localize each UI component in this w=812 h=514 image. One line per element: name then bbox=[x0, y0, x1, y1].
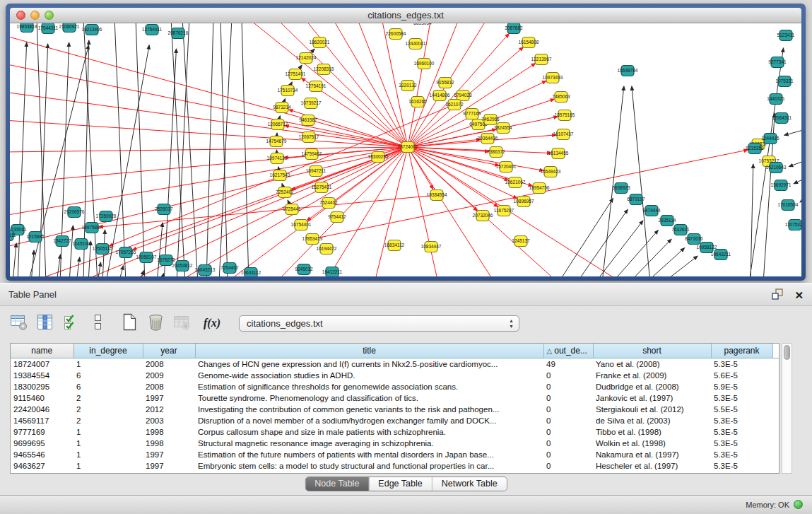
table-cell[interactable]: Changes of HCN gene expression and I(f) … bbox=[195, 358, 543, 370]
table-cell[interactable]: 5.9E-5 bbox=[711, 381, 772, 392]
graph-node-selected[interactable]: 11675297 bbox=[494, 206, 514, 216]
table-cell[interactable]: 5.3E-5 bbox=[711, 449, 772, 460]
column-header-short[interactable]: short bbox=[593, 344, 711, 358]
column-visibility-button[interactable] bbox=[35, 312, 56, 334]
table-cell[interactable]: 5.6E-5 bbox=[711, 370, 772, 381]
table-vertical-scrollbar[interactable] bbox=[782, 343, 792, 474]
table-cell[interactable]: Yano et al. (2008) bbox=[593, 358, 711, 370]
graph-node[interactable]: 19853819 bbox=[17, 23, 37, 33]
table-row[interactable]: 911546021997Tourette syndrome. Phenomeno… bbox=[11, 392, 779, 404]
graph-node[interactable]: 15692971 bbox=[771, 180, 792, 191]
clear-selection-button[interactable] bbox=[87, 312, 108, 334]
graph-node[interactable]: 1440321 bbox=[767, 94, 785, 105]
table-cell[interactable]: Franke et al. (2009) bbox=[593, 370, 711, 381]
network-window-titlebar[interactable]: citations_edges.txt bbox=[10, 8, 801, 23]
graph-node-selected[interactable]: 16549423 bbox=[541, 167, 561, 177]
graph-node-selected[interactable]: 9461587 bbox=[299, 115, 317, 126]
table-cell[interactable]: Hescheler et al. (1997) bbox=[593, 460, 711, 472]
table-cell[interactable]: 1997 bbox=[143, 449, 195, 460]
table-row[interactable]: 946554611997Estimation of the future num… bbox=[11, 449, 779, 460]
table-cell[interactable]: 1998 bbox=[143, 426, 195, 438]
table-cell[interactable]: 9699695 bbox=[11, 438, 73, 449]
table-row[interactable]: 1456911722003Disruption of a novel membe… bbox=[11, 415, 779, 426]
table-cell[interactable]: 5.5E-5 bbox=[711, 404, 772, 415]
graph-node[interactable]: 16043213 bbox=[195, 265, 216, 276]
table-cell[interactable]: 22420046 bbox=[11, 404, 73, 415]
graph-node[interactable]: 1342727 bbox=[53, 236, 71, 247]
table-cell[interactable]: 1 bbox=[73, 438, 143, 449]
graph-node-selected[interactable]: 7462066 bbox=[481, 115, 500, 125]
graph-node-selected[interactable]: 10834447 bbox=[421, 242, 442, 252]
table-cell[interactable]: 2 bbox=[73, 415, 143, 426]
graph-node-selected[interactable]: 9873214 bbox=[273, 103, 291, 113]
graph-node-selected[interactable]: 7485063 bbox=[552, 92, 570, 103]
graph-node-selected[interactable]: 7386372 bbox=[487, 147, 505, 158]
table-cell[interactable]: 2009 bbox=[143, 370, 195, 381]
graph-node-selected[interactable]: 12440041 bbox=[406, 39, 426, 49]
column-header-pagerank[interactable]: pagerank bbox=[711, 344, 772, 358]
graph-node-selected[interactable]: 12208318 bbox=[314, 64, 334, 75]
table-cell[interactable]: 0 bbox=[543, 404, 593, 415]
network-canvas[interactable]: 1872400716154808122139671097349374850631… bbox=[10, 23, 801, 276]
graph-node-selected[interactable]: 14414806 bbox=[430, 90, 450, 101]
graph-node[interactable]: 10643211 bbox=[711, 250, 731, 260]
tab-network-table[interactable]: Network Table bbox=[432, 477, 507, 491]
row-selection-button[interactable] bbox=[61, 312, 82, 334]
table-row[interactable]: 1872400712008Changes of HCN gene express… bbox=[11, 358, 779, 370]
graph-node-selected[interactable]: 22600584 bbox=[386, 29, 406, 40]
graph-node[interactable]: 16412211 bbox=[322, 267, 343, 277]
table-row[interactable]: 1938455462009Genome-wide association stu… bbox=[11, 370, 779, 381]
graph-node[interactable]: 5938923 bbox=[612, 183, 630, 194]
graph-node[interactable]: 7254402 bbox=[220, 263, 239, 274]
graph-node-selected[interactable]: 1245137 bbox=[512, 236, 530, 247]
tab-node-table[interactable]: Node Table bbox=[305, 477, 368, 491]
graph-node[interactable]: 17016504 bbox=[778, 200, 799, 211]
graph-node[interactable]: 17544311 bbox=[38, 23, 59, 34]
table-cell[interactable]: Tibbo et al. (1998) bbox=[593, 426, 711, 438]
graph-node[interactable]: 1215685 bbox=[26, 232, 45, 243]
table-cell[interactable]: Estimation of significance thresholds fo… bbox=[195, 381, 543, 392]
graph-node[interactable]: 1145194 bbox=[73, 239, 90, 250]
graph-node-selected[interactable]: 16107437 bbox=[553, 129, 574, 140]
graph-node-selected[interactable]: 20732046 bbox=[473, 211, 493, 221]
table-row[interactable]: 946362711997Embryonic stem cells: a mode… bbox=[11, 460, 779, 472]
table-cell[interactable]: 2003 bbox=[143, 415, 195, 426]
graph-node-selected[interactable]: 3824554 bbox=[494, 123, 512, 134]
table-cell[interactable]: Tourette syndrome. Phenomenology and cla… bbox=[195, 392, 543, 404]
graph-node[interactable]: 1244415 bbox=[761, 134, 779, 144]
table-cell[interactable]: Genome-wide association studies in ADHD. bbox=[195, 370, 543, 381]
table-cell[interactable]: 6 bbox=[73, 381, 143, 392]
column-header-year[interactable]: year bbox=[143, 344, 195, 358]
table-cell[interactable]: 1 bbox=[73, 449, 143, 460]
delete-column-button[interactable] bbox=[145, 312, 166, 334]
graph-node[interactable]: 9245012 bbox=[295, 264, 313, 275]
table-row[interactable]: 977716911998Corpus callosum shape and si… bbox=[11, 426, 779, 438]
graph-node[interactable]: 16213406 bbox=[82, 25, 102, 35]
graph-node[interactable]: 11075321 bbox=[785, 220, 801, 230]
graph-node[interactable]: 17957255 bbox=[116, 247, 136, 258]
create-column-button[interactable] bbox=[119, 312, 140, 334]
table-cell[interactable]: 0 bbox=[543, 460, 593, 472]
table-cell[interactable]: 9465546 bbox=[11, 449, 73, 460]
column-header-name[interactable]: name bbox=[11, 344, 73, 358]
float-panel-button[interactable] bbox=[772, 288, 784, 302]
graph-node-selected[interactable]: 16154808 bbox=[519, 37, 539, 48]
table-cell[interactable]: 2012 bbox=[143, 404, 195, 415]
table-cell[interactable]: 2 bbox=[73, 404, 143, 415]
table-cell[interactable]: 14569117 bbox=[11, 415, 73, 426]
graph-node[interactable]: 2935114 bbox=[659, 216, 676, 226]
table-cell[interactable]: 0 bbox=[543, 392, 593, 404]
table-cell[interactable]: 18300295 bbox=[11, 381, 73, 392]
table-cell[interactable]: 0 bbox=[543, 426, 593, 438]
tab-edge-table[interactable]: Edge Table bbox=[368, 477, 431, 491]
graph-node[interactable]: 1075321 bbox=[775, 76, 794, 87]
graph-node[interactable]: 12754411 bbox=[142, 25, 163, 35]
graph-node-selected[interactable]: 18575165 bbox=[555, 110, 575, 121]
table-cell[interactable]: 2 bbox=[73, 392, 143, 404]
graph-node-selected[interactable]: 17510734 bbox=[278, 86, 298, 96]
close-window-button[interactable] bbox=[16, 11, 25, 20]
table-cell[interactable]: 1 bbox=[73, 460, 143, 472]
graph-node-selected[interactable]: 19384554 bbox=[427, 190, 447, 201]
table-cell[interactable]: Corpus callosum shape and size in male p… bbox=[195, 426, 543, 438]
table-cell[interactable]: 1998 bbox=[143, 438, 195, 449]
